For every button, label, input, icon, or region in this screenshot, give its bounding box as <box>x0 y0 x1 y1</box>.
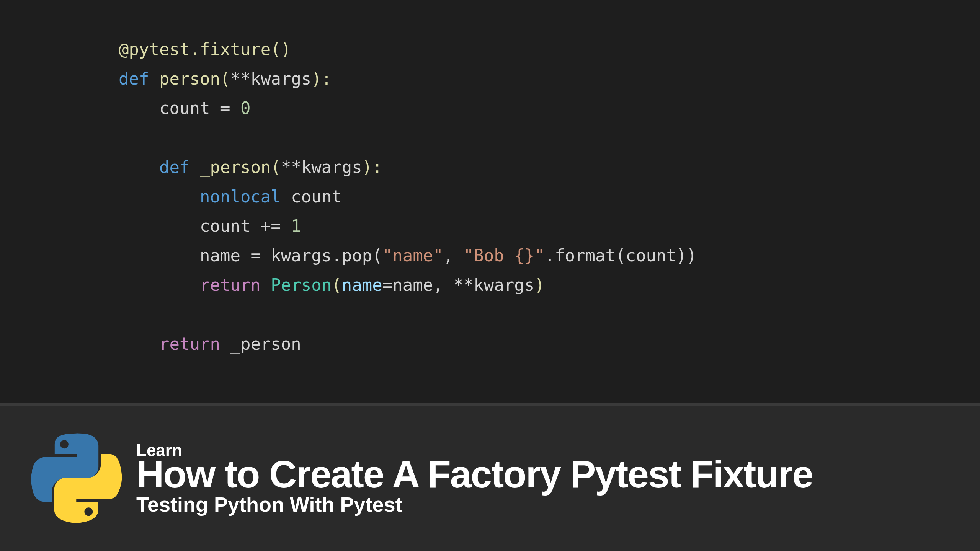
page-title: How to Create A Factory Pytest Fixture <box>136 452 813 496</box>
code-content: @pytest.fixture() def person(**kwargs): … <box>119 34 980 359</box>
banner-text: Learn How to Create A Factory Pytest Fix… <box>136 441 813 516</box>
banner: Learn How to Create A Factory Pytest Fix… <box>0 406 980 551</box>
python-logo-icon <box>31 432 122 524</box>
code-block: @pytest.fixture() def person(**kwargs): … <box>0 0 980 403</box>
